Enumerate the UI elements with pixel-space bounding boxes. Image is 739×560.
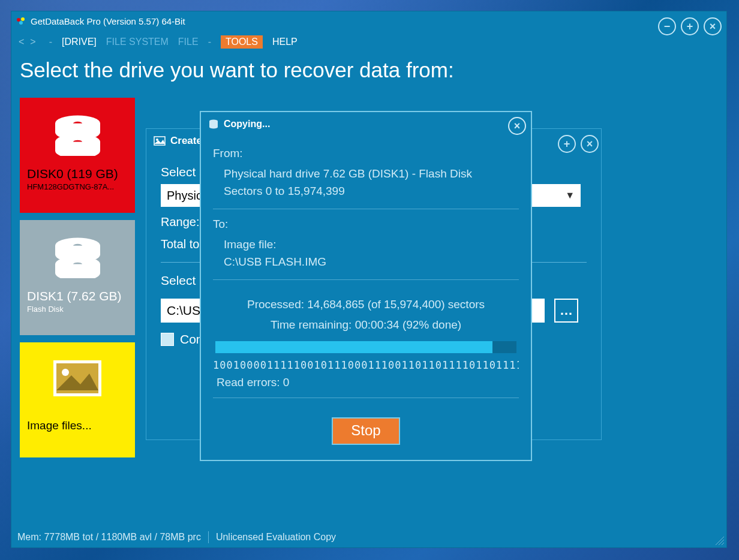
divider: [213, 398, 519, 398]
nav-back[interactable]: <: [19, 37, 24, 47]
divider: [213, 279, 519, 280]
drive-label: DISK0 (119 GB): [27, 167, 128, 181]
drive-tile-disk1[interactable]: DISK1 (7.62 GB) Flash Disk: [20, 220, 135, 335]
drive-label: Image files...: [27, 419, 128, 432]
main-window: GetDataBack Pro (Version 5.57) 64-Bit − …: [11, 11, 727, 548]
stop-button[interactable]: Stop: [332, 417, 400, 445]
menu-help[interactable]: HELP: [272, 37, 298, 47]
close-button[interactable]: ×: [704, 17, 722, 35]
page-headline: Select the drive you want to recover dat…: [11, 53, 726, 93]
from-label: From:: [213, 147, 519, 160]
chevron-down-icon: ▼: [565, 190, 575, 201]
database-icon: [208, 119, 219, 130]
statusbar: Mem: 7778MB tot / 1180MB avl / 78MB prc …: [11, 527, 726, 547]
image-icon: [154, 135, 166, 147]
processed-text: Processed: 14,684,865 (of 15,974,400) se…: [213, 294, 519, 315]
disk-icon: [49, 233, 106, 278]
license-status: Unlicensed Evaluation Copy: [216, 532, 336, 543]
read-errors-text: Read errors: 0: [217, 376, 519, 389]
minimize-button[interactable]: −: [658, 17, 676, 35]
bitstream-text: 1001000011111001011100011100110110111101…: [213, 359, 519, 371]
resize-grip-icon[interactable]: [716, 537, 724, 545]
progress-bar: [215, 341, 516, 353]
drive-tiles-column: DISK0 (119 GB) HFM128GDGTNG-87A... DISK1…: [20, 98, 135, 465]
drive-sublabel: Flash Disk: [27, 305, 128, 314]
titlebar[interactable]: GetDataBack Pro (Version 5.57) 64-Bit: [11, 11, 726, 31]
mem-status: Mem: 7778MB tot / 1180MB avl / 78MB prc: [17, 532, 201, 543]
window-controls: − + ×: [658, 17, 722, 35]
copying-close-button[interactable]: ×: [508, 117, 526, 135]
svg-point-2: [19, 21, 23, 25]
svg-point-15: [62, 369, 69, 376]
app-title: GetDataBack Pro (Version 5.57) 64-Bit: [31, 16, 185, 26]
nav-forward[interactable]: >: [30, 37, 35, 47]
compress-checkbox[interactable]: [161, 333, 174, 346]
menu-drive[interactable]: [DRIVE]: [62, 37, 97, 47]
menubar: < > - [DRIVE] FILE SYSTEM FILE - TOOLS H…: [11, 31, 726, 53]
menu-file[interactable]: FILE: [178, 37, 199, 47]
menu-separator: -: [49, 37, 52, 47]
copying-dialog: Copying... × From: Physical hard drive 7…: [200, 111, 532, 461]
create-dialog-maximize[interactable]: +: [558, 135, 576, 153]
menu-separator: -: [208, 37, 211, 47]
create-dialog-close[interactable]: ×: [581, 135, 599, 153]
create-dialog-title: Create: [170, 135, 202, 147]
to-value: Image file: C:\USB FLASH.IMG: [224, 236, 519, 271]
drive-sublabel: HFM128GDGTNG-87A...: [27, 182, 128, 191]
divider: [213, 209, 519, 209]
browse-button[interactable]: …: [554, 299, 578, 323]
create-dialog-controls: + ×: [558, 135, 599, 153]
picture-icon: [53, 360, 101, 396]
menu-filesystem[interactable]: FILE SYSTEM: [106, 37, 169, 47]
svg-point-1: [21, 17, 25, 21]
svg-point-17: [156, 139, 158, 141]
app-icon: [16, 16, 26, 26]
time-remaining-text: Time remaining: 00:00:34 (92% done): [213, 315, 519, 335]
drive-tile-disk0[interactable]: DISK0 (119 GB) HFM128GDGTNG-87A...: [20, 98, 135, 213]
from-value: Physical hard drive 7.62 GB (DISK1) - Fl…: [224, 165, 519, 200]
disk-icon: [49, 111, 106, 156]
to-label: To:: [213, 218, 519, 231]
menu-tools[interactable]: TOOLS: [221, 35, 263, 49]
drive-tile-image-files[interactable]: Image files...: [20, 342, 135, 457]
progress-fill: [215, 341, 492, 353]
maximize-button[interactable]: +: [681, 17, 699, 35]
copying-dialog-title: Copying...: [224, 119, 270, 130]
svg-point-0: [17, 18, 20, 22]
drive-label: DISK1 (7.62 GB): [27, 289, 128, 303]
